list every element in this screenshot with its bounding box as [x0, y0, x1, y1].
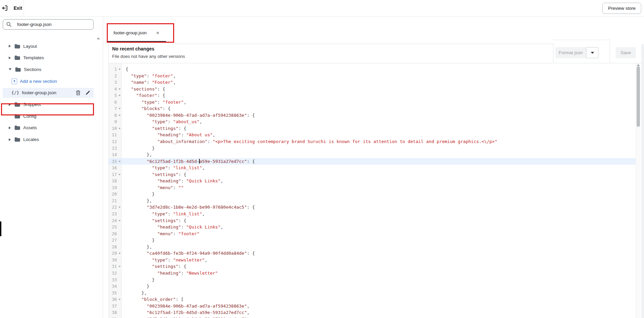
- format-json-button[interactable]: Format json: [555, 47, 586, 58]
- fold-toggle-icon[interactable]: [119, 266, 121, 267]
- search-input[interactable]: [17, 22, 90, 27]
- code-line-28[interactable]: },: [122, 244, 636, 250]
- preview-store-button[interactable]: Preview store: [602, 3, 641, 14]
- gutter-line-17: 17: [109, 171, 121, 178]
- gutter-line-37: 37: [109, 303, 121, 310]
- code-line-20[interactable]: }: [122, 191, 636, 198]
- code-line-26[interactable]: "menu": "footer": [122, 231, 636, 237]
- code-line-12[interactable]: "about_information": "<p>The exciting co…: [122, 138, 636, 145]
- code-line-22[interactable]: "3d7e2d8c-1b8e-4e2d-be90-97680e4c4ac5": …: [122, 204, 636, 211]
- folder-icon: [14, 55, 21, 60]
- code-line-32[interactable]: "heading": "Newsletter": [122, 270, 636, 277]
- code-line-11[interactable]: "heading": "About us",: [122, 132, 636, 138]
- code-line-17[interactable]: "settings": {: [122, 171, 636, 178]
- code-line-3[interactable]: "name": "Footer",: [122, 79, 636, 86]
- code-line-38[interactable]: "6c12f5ad-1f2b-4d5d-a59e-5931a27ed7cc",: [122, 309, 636, 316]
- code-line-21[interactable]: },: [122, 198, 636, 204]
- sidebar-item-sections[interactable]: Sections: [3, 64, 94, 74]
- sidebar-item-add-a-new-section[interactable]: +Add a new section: [3, 76, 94, 86]
- gutter-line-7: 7: [109, 105, 121, 112]
- tree-item-label: Sections: [24, 67, 41, 72]
- code-line-35[interactable]: },: [122, 290, 636, 296]
- fold-toggle-icon[interactable]: [119, 299, 121, 300]
- code-line-24[interactable]: "settings": {: [122, 217, 636, 224]
- code-line-8[interactable]: "0023984e-906b-47ad-ad7a-af594238863e": …: [122, 112, 636, 119]
- sidebar-item-layout[interactable]: Layout: [3, 41, 94, 51]
- trash-icon[interactable]: [75, 90, 81, 96]
- code-line-25[interactable]: "heading": "Quick Links",: [122, 224, 636, 231]
- code-line-5[interactable]: "footer": {: [122, 92, 636, 99]
- tree-item-label: Add a new section: [20, 79, 57, 84]
- active-tab-underline: [108, 41, 166, 42]
- fold-toggle-icon[interactable]: [119, 115, 121, 116]
- editor-gutter: 1234567891011121314151617181920212223242…: [109, 63, 122, 318]
- sidebar-item-snippets[interactable]: Snippets: [3, 100, 94, 110]
- sidebar-item-locales[interactable]: Locales: [3, 135, 94, 145]
- scrollbar-thumb[interactable]: [637, 66, 640, 127]
- fold-toggle-icon[interactable]: [119, 220, 121, 221]
- gutter-line-3: 3: [109, 79, 121, 86]
- code-line-1[interactable]: {: [122, 66, 636, 73]
- code-line-37[interactable]: "0023984e-906b-47ad-ad7a-af594238863e",: [122, 303, 636, 310]
- code-line-27[interactable]: }: [122, 237, 636, 244]
- sidebar-item-config[interactable]: Config: [3, 111, 94, 121]
- save-button[interactable]: Save: [616, 47, 636, 58]
- code-line-18[interactable]: "heading": "Quick Links",: [122, 178, 636, 184]
- scrollbar-up-icon[interactable]: [637, 64, 640, 66]
- fold-toggle-icon[interactable]: [119, 69, 121, 70]
- code-line-15[interactable]: "6c12f5ad-1f2b-4d5d-a59e-5931a27ed7cc": …: [122, 158, 636, 165]
- code-editor[interactable]: 1234567891011121314151617181920212223242…: [109, 63, 636, 318]
- code-line-31[interactable]: "settings": {: [122, 263, 636, 270]
- code-line-10[interactable]: "settings": {: [122, 125, 636, 132]
- editor-code-area[interactable]: {"type": "footer","name": "Footer","sect…: [122, 63, 636, 318]
- caret-down-icon[interactable]: [9, 68, 11, 70]
- code-line-23[interactable]: "type": "link_list",: [122, 211, 636, 217]
- fold-toggle-icon[interactable]: [119, 95, 121, 96]
- code-line-29[interactable]: "ca40fd6b-fe3b-4f24-94a9-90f4dd0a84de": …: [122, 250, 636, 257]
- code-line-6[interactable]: "type": "footer",: [122, 99, 636, 106]
- exit-button[interactable]: Exit: [0, 0, 24, 16]
- gutter-line-9: 9: [109, 118, 121, 125]
- pencil-icon[interactable]: [85, 90, 90, 95]
- sidebar-item-footer-group-json[interactable]: {/}footer-group.json: [3, 88, 94, 98]
- code-line-9[interactable]: "type": "about_us",: [122, 118, 636, 125]
- gutter-line-39: 39: [109, 316, 121, 318]
- sidebar-item-assets[interactable]: Assets: [3, 123, 94, 133]
- code-line-36[interactable]: "block_order": [: [122, 296, 636, 303]
- header-divider-left: [553, 44, 553, 63]
- code-line-13[interactable]: }: [122, 145, 636, 152]
- caret-right-icon[interactable]: [9, 127, 11, 129]
- code-line-4[interactable]: "sections": {: [122, 86, 636, 93]
- recent-changes-title: No recent changes: [112, 46, 154, 51]
- caret-right-icon[interactable]: [9, 45, 11, 47]
- fold-toggle-icon[interactable]: [119, 108, 121, 109]
- sidebar-item-templates[interactable]: Templates: [3, 53, 94, 63]
- editor-scrollbar[interactable]: [636, 63, 640, 318]
- caret-right-icon[interactable]: [9, 103, 11, 106]
- code-line-14[interactable]: },: [122, 151, 636, 158]
- code-line-19[interactable]: "menu": "": [122, 184, 636, 191]
- code-line-7[interactable]: "blocks": {: [122, 105, 636, 112]
- fold-toggle-icon[interactable]: [119, 161, 121, 162]
- tree-item-label: Assets: [23, 125, 37, 130]
- code-line-33[interactable]: }: [122, 277, 636, 283]
- close-tab-icon[interactable]: ✕: [156, 31, 159, 35]
- sidebar-scroll-up-icon[interactable]: [97, 37, 100, 39]
- code-line-34[interactable]: }: [122, 283, 636, 290]
- fold-toggle-icon[interactable]: [119, 174, 121, 175]
- gutter-line-19: 19: [109, 184, 121, 191]
- caret-right-icon[interactable]: [9, 57, 11, 59]
- code-line-16[interactable]: "type": "link_list",: [122, 165, 636, 171]
- format-options-dropdown-button[interactable]: [586, 47, 599, 58]
- code-line-2[interactable]: "type": "footer",: [122, 73, 636, 79]
- tab-footer-group-json[interactable]: footer-group.json ✕: [108, 25, 166, 41]
- fold-toggle-icon[interactable]: [119, 207, 121, 208]
- code-line-30[interactable]: "type": "newsletter",: [122, 257, 636, 263]
- code-line-39[interactable]: "3d7e2d8c-1b8e-4e2d-be90-97680e4c4ac5": [122, 316, 636, 318]
- gutter-line-23: 23: [109, 211, 121, 217]
- fold-toggle-icon[interactable]: [119, 128, 121, 129]
- fold-toggle-icon[interactable]: [119, 253, 121, 254]
- fold-toggle-icon[interactable]: [119, 89, 121, 90]
- caret-right-icon[interactable]: [9, 138, 11, 141]
- gutter-line-10: 10: [109, 125, 121, 132]
